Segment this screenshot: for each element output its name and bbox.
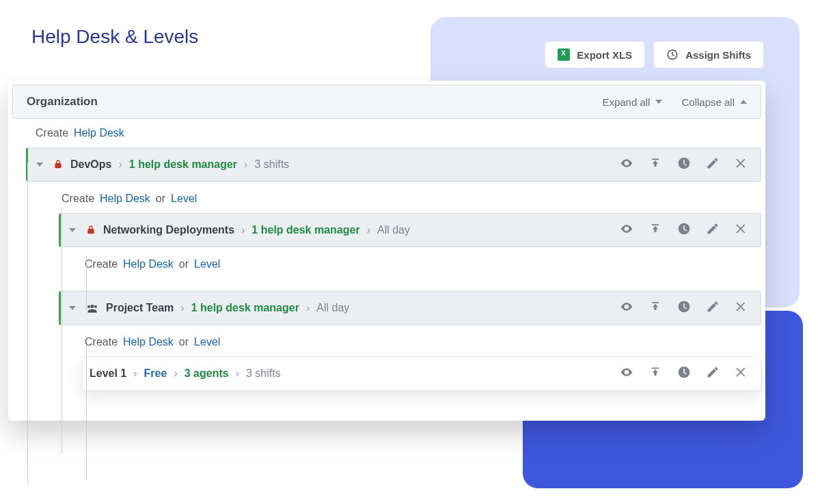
create-label: Create <box>85 336 118 348</box>
node-manager: 1 help desk manager <box>251 224 359 236</box>
separator: › <box>236 367 239 380</box>
organization-controls: Expand all Collapse all <box>602 96 747 108</box>
chevron-down-icon[interactable] <box>69 306 76 310</box>
tree-guide <box>62 208 62 453</box>
node-actions <box>620 222 748 238</box>
node-shifts: All day <box>377 224 410 236</box>
tree-guide <box>86 344 87 481</box>
xls-icon <box>558 48 570 61</box>
node-project-team[interactable]: Project Team › 1 help desk manager › All… <box>59 291 761 325</box>
clock-icon[interactable] <box>677 222 691 238</box>
create-label: Create <box>62 193 94 205</box>
create-help-desk-link[interactable]: Help Desk <box>100 193 150 205</box>
move-up-icon[interactable] <box>648 156 662 173</box>
visibility-icon[interactable] <box>620 222 633 238</box>
create-or: or <box>179 258 189 270</box>
node-actions <box>620 156 748 173</box>
edit-icon[interactable] <box>706 300 720 316</box>
create-row-root: Create Help Desk <box>33 119 761 148</box>
node-actions <box>620 365 748 382</box>
node-name: DevOps <box>70 158 111 171</box>
node-name: Networking Deployments <box>103 224 234 236</box>
export-xls-label: Export XLS <box>577 49 632 61</box>
create-help-desk-link[interactable]: Help Desk <box>123 258 174 270</box>
node-manager: 1 help desk manager <box>191 302 299 314</box>
separator: › <box>306 302 310 314</box>
create-row-project-team: Create Help Desk or Level <box>82 328 761 356</box>
close-icon[interactable] <box>735 222 748 238</box>
collapse-all-button[interactable]: Collapse all <box>681 96 747 108</box>
node-devops[interactable]: DevOps › 1 help desk manager › 3 shifts <box>26 148 761 182</box>
move-up-icon[interactable] <box>648 222 662 238</box>
action-buttons: Export XLS Assign Shifts <box>545 41 764 68</box>
chevron-down-icon[interactable] <box>36 163 43 167</box>
separator: › <box>244 158 247 171</box>
clock-icon[interactable] <box>677 365 691 382</box>
export-xls-button[interactable]: Export XLS <box>545 41 645 68</box>
edit-icon[interactable] <box>706 156 720 173</box>
move-up-icon[interactable] <box>648 300 662 316</box>
node-manager: 1 help desk manager <box>129 158 237 171</box>
chevron-down-icon <box>655 100 662 104</box>
collapse-all-label: Collapse all <box>681 96 735 108</box>
organization-header: Organization Expand all Collapse all <box>12 85 761 119</box>
visibility-icon[interactable] <box>620 365 633 382</box>
expand-all-label: Expand all <box>602 96 650 108</box>
close-icon[interactable] <box>735 300 748 316</box>
expand-all-button[interactable]: Expand all <box>602 96 662 108</box>
organization-title: Organization <box>27 95 98 109</box>
visibility-icon[interactable] <box>620 300 633 316</box>
node-agents: 3 agents <box>184 367 229 380</box>
edit-icon[interactable] <box>706 365 720 382</box>
tree-guide <box>27 163 28 484</box>
separator: › <box>133 367 137 380</box>
edit-icon[interactable] <box>706 222 720 238</box>
create-level-link[interactable]: Level <box>171 193 197 205</box>
separator: › <box>174 367 177 380</box>
clock-icon[interactable] <box>677 156 691 173</box>
create-help-desk-link[interactable]: Help Desk <box>123 336 174 348</box>
create-label: Create <box>36 127 68 139</box>
create-level-link[interactable]: Level <box>194 258 220 270</box>
move-up-icon[interactable] <box>648 365 662 382</box>
node-shifts: All day <box>316 302 349 314</box>
separator: › <box>118 158 122 171</box>
create-or: or <box>179 336 189 348</box>
node-shifts: 3 shifts <box>246 367 281 380</box>
create-label: Create <box>85 258 118 270</box>
chevron-up-icon <box>740 100 747 104</box>
node-actions <box>620 300 748 316</box>
tree-guide <box>86 255 87 310</box>
node-name: Level 1 <box>90 367 126 380</box>
node-shifts: 3 shifts <box>254 158 289 171</box>
create-help-desk-link[interactable]: Help Desk <box>74 127 124 139</box>
clock-icon[interactable] <box>677 300 691 316</box>
organization-card: Organization Expand all Collapse all Cre… <box>8 81 765 421</box>
lock-icon <box>53 159 64 170</box>
node-level-1[interactable]: Level 1 › Free › 3 agents › 3 shifts <box>82 356 761 391</box>
assign-shifts-label: Assign Shifts <box>685 49 751 61</box>
lock-icon <box>85 225 96 236</box>
chevron-down-icon[interactable] <box>69 228 76 232</box>
node-name: Project Team <box>106 302 174 314</box>
close-icon[interactable] <box>735 156 748 173</box>
separator: › <box>241 224 245 236</box>
create-row-networking: Create Help Desk or Level <box>82 250 761 279</box>
create-row-devops: Create Help Desk or Level <box>59 184 761 213</box>
separator: › <box>367 224 370 236</box>
node-status: Free <box>144 367 167 380</box>
separator: › <box>180 302 184 314</box>
team-icon <box>85 301 99 315</box>
close-icon[interactable] <box>735 365 748 382</box>
organization-tree: Create Help Desk DevOps › 1 help desk ma… <box>12 119 761 391</box>
page-title: Help Desk & Levels <box>31 26 198 48</box>
node-networking[interactable]: Networking Deployments › 1 help desk man… <box>59 213 761 247</box>
create-or: or <box>156 193 165 205</box>
create-level-link[interactable]: Level <box>194 336 220 348</box>
assign-shifts-button[interactable]: Assign Shifts <box>653 41 764 68</box>
visibility-icon[interactable] <box>620 156 633 173</box>
clock-icon <box>666 48 679 61</box>
